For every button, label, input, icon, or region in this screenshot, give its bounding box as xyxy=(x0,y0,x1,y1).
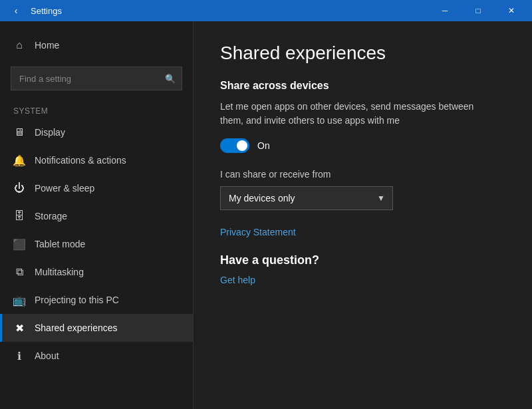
share-dropdown[interactable]: My devices only Everyone nearby xyxy=(220,186,393,210)
maximize-button[interactable]: □ xyxy=(463,0,493,21)
home-label: Home xyxy=(35,40,59,51)
share-toggle[interactable] xyxy=(220,138,249,153)
get-help-link[interactable]: Get help xyxy=(220,275,255,285)
system-section-label: System xyxy=(0,101,193,118)
titlebar-left: ‹ Settings xyxy=(8,3,62,19)
toggle-label: On xyxy=(257,140,270,151)
search-icon: 🔍 xyxy=(165,74,176,84)
titlebar-controls: ─ □ ✕ xyxy=(430,0,527,21)
about-icon: ℹ xyxy=(13,350,25,362)
sidebar: ⌂ Home 🔍 System 🖥 Display 🔔 Notification… xyxy=(0,21,193,409)
shared-label: Shared experiences xyxy=(35,323,118,333)
sidebar-item-about[interactable]: ℹ About xyxy=(0,342,193,370)
power-label: Power & sleep xyxy=(35,183,94,194)
notifications-icon: 🔔 xyxy=(13,154,25,166)
power-icon: ⏻ xyxy=(13,182,25,194)
notifications-label: Notifications & actions xyxy=(35,155,126,166)
storage-label: Storage xyxy=(35,211,67,221)
tablet-label: Tablet mode xyxy=(35,239,85,249)
home-icon: ⌂ xyxy=(13,39,25,51)
shared-icon: ✖ xyxy=(13,322,25,334)
toggle-row: On xyxy=(220,138,505,153)
display-label: Display xyxy=(35,127,65,138)
sidebar-item-shared[interactable]: ✖ Shared experiences xyxy=(0,314,193,342)
storage-icon: 🗄 xyxy=(13,210,25,222)
sidebar-item-projecting[interactable]: 📺 Projecting to this PC xyxy=(0,286,193,314)
titlebar-title: Settings xyxy=(31,6,62,16)
sidebar-item-storage[interactable]: 🗄 Storage xyxy=(0,202,193,230)
about-label: About xyxy=(35,350,59,361)
close-button[interactable]: ✕ xyxy=(496,0,527,21)
search-box: 🔍 xyxy=(11,67,182,90)
tablet-icon: ⬛ xyxy=(13,238,25,250)
have-a-question-title: Have a question? xyxy=(220,253,505,267)
content-area: Shared experiences Share across devices … xyxy=(194,21,532,409)
sidebar-item-home[interactable]: ⌂ Home xyxy=(0,29,193,61)
projecting-icon: 📺 xyxy=(13,294,25,306)
search-input[interactable] xyxy=(11,67,182,90)
privacy-statement-link[interactable]: Privacy Statement xyxy=(220,227,296,237)
minimize-button[interactable]: ─ xyxy=(430,0,460,21)
back-button[interactable]: ‹ xyxy=(8,3,24,19)
sidebar-item-power[interactable]: ⏻ Power & sleep xyxy=(0,174,193,202)
multitasking-icon: ⧉ xyxy=(13,266,25,278)
dropdown-wrapper: My devices only Everyone nearby ▼ xyxy=(220,186,393,210)
page-title: Shared experiences xyxy=(220,43,505,64)
multitasking-label: Multitasking xyxy=(35,267,84,277)
sidebar-item-display[interactable]: 🖥 Display xyxy=(0,118,193,146)
titlebar: ‹ Settings ─ □ ✕ xyxy=(0,0,532,21)
app-body: ⌂ Home 🔍 System 🖥 Display 🔔 Notification… xyxy=(0,21,532,409)
share-section-title: Share across devices xyxy=(220,80,505,92)
share-description: Let me open apps on other devices, send … xyxy=(220,100,486,128)
share-receive-label: I can share or receive from xyxy=(220,169,505,180)
sidebar-item-multitasking[interactable]: ⧉ Multitasking xyxy=(0,258,193,286)
display-icon: 🖥 xyxy=(13,126,25,138)
sidebar-item-tablet[interactable]: ⬛ Tablet mode xyxy=(0,230,193,258)
projecting-label: Projecting to this PC xyxy=(35,295,119,305)
sidebar-item-notifications[interactable]: 🔔 Notifications & actions xyxy=(0,146,193,174)
